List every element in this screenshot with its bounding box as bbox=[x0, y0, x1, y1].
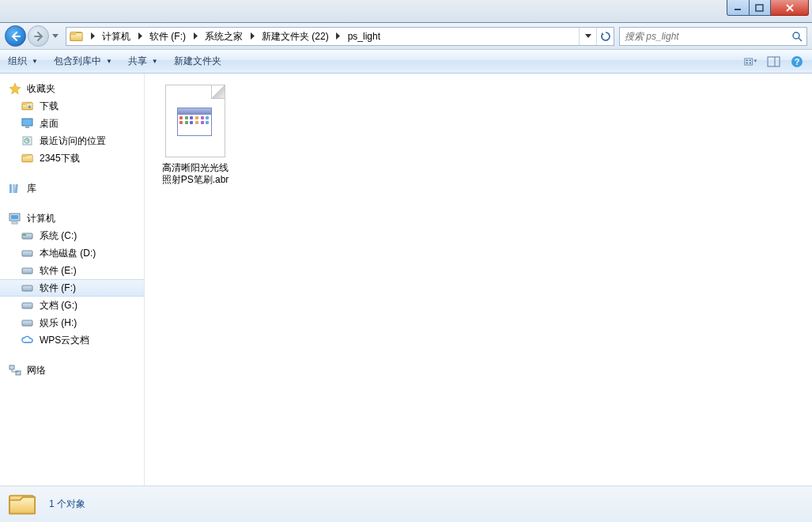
window-titlebar bbox=[0, 0, 812, 23]
sidebar-item-drive-c[interactable]: 系统 (C:) bbox=[0, 227, 144, 244]
sidebar-item-drive-g[interactable]: 文档 (G:) bbox=[0, 297, 144, 314]
sidebar-item-downloads[interactable]: 下载 bbox=[0, 97, 144, 115]
svg-rect-5 bbox=[745, 58, 753, 64]
new-folder-button[interactable]: 新建文件夹 bbox=[166, 50, 229, 74]
navigation-pane: 收藏夹 下载 桌面 最近访问的位置 2345下载 库 bbox=[0, 74, 145, 486]
details-pane: 1 个对象 bbox=[0, 486, 812, 522]
sidebar-libraries[interactable]: 库 bbox=[0, 180, 144, 197]
sidebar-item-label: 2345下载 bbox=[40, 152, 80, 165]
sidebar-item-label: WPS云文档 bbox=[40, 334, 89, 347]
view-options-button[interactable] bbox=[741, 52, 761, 71]
organize-label: 组织 bbox=[8, 55, 27, 68]
new-folder-label: 新建文件夹 bbox=[174, 55, 221, 68]
sidebar-item-label: 文档 (G:) bbox=[40, 299, 77, 312]
svg-rect-29 bbox=[22, 268, 32, 274]
include-label: 包含到库中 bbox=[54, 55, 101, 68]
sidebar-item-label: 娱乐 (H:) bbox=[40, 316, 77, 330]
breadcrumb-separator[interactable] bbox=[333, 32, 344, 40]
computer-icon bbox=[8, 212, 22, 225]
organize-button[interactable]: 组织▼ bbox=[0, 50, 46, 74]
drive-icon bbox=[21, 247, 35, 259]
sidebar-favorites[interactable]: 收藏夹 bbox=[0, 80, 144, 97]
breadcrumb-separator[interactable] bbox=[134, 32, 145, 40]
preview-pane-button[interactable] bbox=[764, 52, 784, 71]
file-name-line1: 高清晰阳光光线 bbox=[156, 162, 235, 174]
status-object-count: 1 个对象 bbox=[49, 497, 85, 511]
sidebar-item-label: 最近访问的位置 bbox=[40, 134, 106, 148]
breadcrumb-item[interactable]: 系统之家 bbox=[201, 28, 247, 45]
sidebar-item-drive-h[interactable]: 娱乐 (H:) bbox=[0, 314, 144, 331]
include-in-library-button[interactable]: 包含到库中▼ bbox=[46, 50, 120, 74]
navigation-bar: 计算机 软件 (F:) 系统之家 新建文件夹 (22) ps_light bbox=[0, 23, 812, 50]
drive-icon bbox=[21, 299, 35, 312]
minimize-button[interactable] bbox=[727, 0, 750, 16]
sidebar-item-recent[interactable]: 最近访问的位置 bbox=[0, 132, 144, 149]
sidebar-computer[interactable]: 计算机 bbox=[0, 210, 144, 227]
folder-icon bbox=[21, 152, 35, 165]
svg-rect-32 bbox=[22, 320, 32, 326]
svg-rect-9 bbox=[750, 62, 751, 63]
address-bar[interactable]: 计算机 软件 (F:) 系统之家 新建文件夹 (22) ps_light bbox=[66, 27, 614, 46]
sidebar-network-label: 网络 bbox=[27, 364, 46, 377]
svg-rect-22 bbox=[15, 184, 18, 193]
share-button[interactable]: 共享▼ bbox=[120, 50, 166, 74]
drive-icon bbox=[21, 282, 35, 294]
breadcrumb-separator[interactable] bbox=[190, 32, 201, 40]
svg-rect-10 bbox=[768, 57, 780, 66]
star-icon bbox=[8, 82, 22, 95]
search-box[interactable] bbox=[619, 27, 807, 46]
chevron-down-icon: ▼ bbox=[106, 58, 112, 65]
svg-rect-31 bbox=[22, 303, 32, 308]
svg-rect-28 bbox=[22, 251, 32, 256]
sidebar-item-desktop[interactable]: 桌面 bbox=[0, 115, 144, 132]
share-label: 共享 bbox=[128, 55, 147, 68]
nav-history-dropdown[interactable] bbox=[49, 28, 61, 45]
breadcrumb-separator[interactable] bbox=[247, 32, 258, 40]
svg-rect-24 bbox=[11, 215, 18, 219]
refresh-button[interactable] bbox=[596, 28, 614, 45]
drive-icon bbox=[21, 229, 35, 242]
breadcrumb-separator[interactable] bbox=[87, 32, 98, 40]
file-thumbnail bbox=[165, 85, 225, 157]
search-icon[interactable] bbox=[787, 28, 806, 45]
sidebar-item-drive-e[interactable]: 软件 (E:) bbox=[0, 262, 144, 279]
sidebar-favorites-label: 收藏夹 bbox=[27, 82, 55, 96]
svg-point-3 bbox=[793, 32, 799, 39]
sidebar-item-label: 软件 (F:) bbox=[40, 282, 76, 295]
breadcrumb-item[interactable]: 软件 (F:) bbox=[145, 28, 190, 45]
libraries-icon bbox=[8, 182, 22, 195]
drive-icon bbox=[21, 316, 35, 329]
sidebar-item-label: 系统 (C:) bbox=[40, 229, 77, 243]
breadcrumb-item[interactable]: 计算机 bbox=[98, 28, 134, 45]
forward-button[interactable] bbox=[28, 25, 49, 47]
desktop-icon bbox=[21, 117, 35, 130]
command-bar: 组织▼ 包含到库中▼ 共享▼ 新建文件夹 ? bbox=[0, 50, 812, 74]
svg-rect-30 bbox=[22, 286, 32, 291]
maximize-button[interactable] bbox=[750, 0, 771, 16]
sidebar-item-label: 桌面 bbox=[40, 117, 59, 130]
address-dropdown[interactable] bbox=[579, 28, 596, 45]
back-button[interactable] bbox=[5, 25, 26, 47]
chevron-down-icon: ▼ bbox=[32, 58, 38, 65]
svg-rect-0 bbox=[735, 9, 741, 10]
close-button[interactable] bbox=[771, 0, 809, 16]
file-list-pane[interactable]: 高清晰阳光光线 照射PS笔刷.abr bbox=[145, 74, 812, 486]
svg-rect-21 bbox=[13, 184, 15, 193]
sidebar-computer-label: 计算机 bbox=[27, 212, 55, 225]
sidebar-item-drive-d[interactable]: 本地磁盘 (D:) bbox=[0, 244, 144, 262]
cloud-icon bbox=[21, 334, 35, 346]
svg-rect-33 bbox=[9, 365, 14, 369]
sidebar-item-2345[interactable]: 2345下载 bbox=[0, 149, 144, 167]
sidebar-item-wps-cloud[interactable]: WPS云文档 bbox=[0, 331, 144, 349]
breadcrumb-item[interactable]: 新建文件夹 (22) bbox=[258, 28, 333, 45]
file-name-line2: 照射PS笔刷.abr bbox=[156, 174, 235, 186]
svg-rect-7 bbox=[746, 62, 747, 63]
svg-rect-25 bbox=[12, 221, 17, 224]
breadcrumb-item[interactable]: ps_light bbox=[344, 28, 384, 45]
sidebar-item-drive-f[interactable]: 软件 (F:) bbox=[0, 279, 144, 297]
search-input[interactable] bbox=[620, 31, 787, 42]
file-item[interactable]: 高清晰阳光光线 照射PS笔刷.abr bbox=[156, 85, 235, 186]
help-button[interactable]: ? bbox=[787, 52, 807, 71]
sidebar-libraries-label: 库 bbox=[27, 182, 36, 195]
sidebar-network[interactable]: 网络 bbox=[0, 361, 144, 379]
